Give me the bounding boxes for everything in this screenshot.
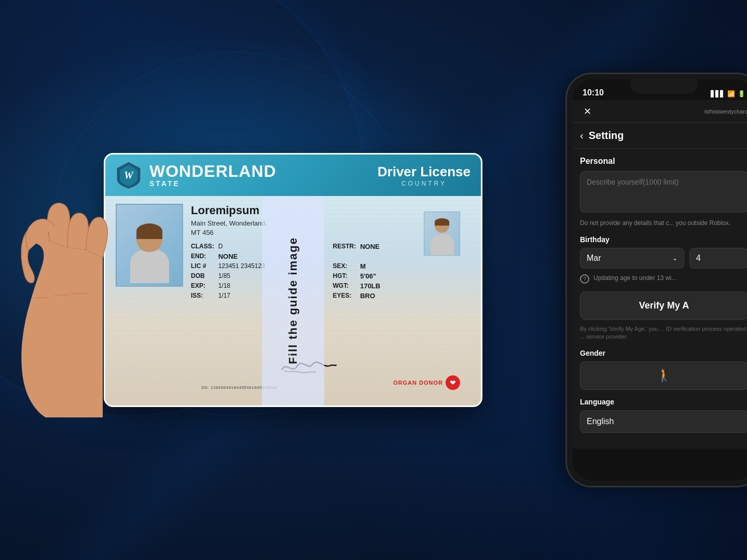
month-select[interactable]: Mar ⌄ bbox=[580, 248, 684, 269]
hgt-label: HGT: bbox=[333, 272, 356, 280]
app-header: ✕ isthistwentychara bbox=[572, 100, 747, 123]
guide-text: Fill the guide image bbox=[286, 237, 300, 364]
age-warning-text: Updating age to under 13 wi... bbox=[593, 274, 676, 283]
settings-body[interactable]: Personal Do not provide any details that… bbox=[572, 149, 747, 449]
card-right-title: Driver License COUNTRY bbox=[378, 164, 471, 187]
month-value: Mar bbox=[587, 254, 601, 263]
chevron-down-icon: ⌄ bbox=[672, 255, 677, 262]
wifi-icon: 📶 bbox=[727, 90, 735, 97]
wgt-value: 170LB bbox=[360, 282, 471, 290]
person-gender-icon: 🚶 bbox=[656, 368, 672, 383]
organ-donor-badge: ORGAN DONOR ❤ bbox=[393, 375, 460, 390]
username-display: isthistwentychara bbox=[704, 108, 747, 115]
settings-title: Setting bbox=[589, 130, 624, 142]
phone-outer: 10:10 ▋▋▋ 📶 🔋 ✕ isthistwentychara ‹ bbox=[565, 73, 747, 487]
info-icon: ? bbox=[580, 274, 589, 284]
status-time: 10:10 bbox=[583, 88, 604, 97]
birthday-row: Mar ⌄ 4 bbox=[580, 248, 747, 269]
close-button[interactable]: ✕ bbox=[580, 104, 594, 119]
sex-label: SEX: bbox=[333, 262, 356, 270]
driver-license-text: Driver License bbox=[378, 164, 471, 180]
gender-display[interactable]: 🚶 bbox=[580, 361, 747, 390]
class-label: CLASS: bbox=[191, 243, 214, 250]
phone-notch bbox=[630, 79, 698, 94]
language-section: Language English bbox=[580, 398, 747, 433]
verify-age-button[interactable]: Verify My A bbox=[580, 291, 747, 320]
warning-text: Do not provide any details that c... you… bbox=[580, 219, 747, 228]
signal-icon: ▋▋▋ bbox=[711, 90, 725, 97]
gender-section: Gender 🚶 bbox=[580, 349, 747, 390]
describe-textarea[interactable] bbox=[580, 171, 747, 213]
hand-card-container: W WONDERLAND STATE Driver License COUNTR… bbox=[42, 137, 467, 423]
lic-label: LIC # bbox=[191, 262, 214, 270]
gender-label: Gender bbox=[580, 349, 747, 357]
small-person-hair bbox=[435, 218, 449, 226]
phone-screen: 10:10 ▋▋▋ 📶 🔋 ✕ isthistwentychara ‹ bbox=[572, 79, 747, 481]
hgt-value: 5'06" bbox=[360, 272, 471, 280]
guide-overlay: Fill the guide image bbox=[262, 196, 324, 405]
day-field[interactable]: 4 bbox=[689, 248, 747, 269]
dob-label: DOB bbox=[191, 272, 214, 280]
back-button[interactable]: ‹ bbox=[580, 130, 584, 142]
organ-donor-text: ORGAN DONOR bbox=[393, 380, 443, 386]
birthday-label: Birthday bbox=[580, 235, 747, 244]
small-person-head bbox=[435, 218, 449, 233]
wgt-label: WGT: bbox=[333, 282, 356, 290]
personal-section-label: Personal bbox=[580, 157, 747, 166]
age-warning: ? Updating age to under 13 wi... bbox=[580, 274, 747, 284]
settings-header: ‹ Setting bbox=[572, 123, 747, 149]
eyes-label: EYES: bbox=[333, 292, 356, 300]
heart-icon: ❤ bbox=[446, 375, 460, 390]
id-card-area: W WONDERLAND STATE Driver License COUNTR… bbox=[42, 137, 467, 423]
country-text: COUNTRY bbox=[378, 180, 471, 187]
battery-icon: 🔋 bbox=[738, 90, 745, 97]
settings-screen: ‹ Setting Personal Do not provide any de… bbox=[572, 123, 747, 449]
iss-label: ISS: bbox=[191, 292, 214, 300]
status-icons: ▋▋▋ 📶 🔋 bbox=[711, 90, 745, 97]
small-photo-frame bbox=[424, 212, 460, 256]
volume-up-button bbox=[565, 136, 566, 157]
eyes-value: BRO bbox=[360, 292, 471, 300]
end-label: END: bbox=[191, 253, 214, 260]
card-info-col: Loremipsum Main Street, Wonderland, MT 4… bbox=[191, 204, 471, 398]
small-person-body bbox=[431, 234, 454, 255]
day-value: 4 bbox=[696, 254, 701, 263]
language-value: English bbox=[587, 417, 614, 426]
verify-disclaimer: By clicking 'Verify My Age,' you ... ID … bbox=[580, 325, 747, 341]
sex-value: M bbox=[360, 262, 471, 270]
language-label: Language bbox=[580, 398, 747, 406]
phone-mockup: 10:10 ▋▋▋ 📶 🔋 ✕ isthistwentychara ‹ bbox=[529, 47, 747, 513]
volume-down-button bbox=[565, 162, 566, 183]
exp-label: EXP: bbox=[191, 282, 214, 290]
restr-label: RESTR: bbox=[333, 243, 356, 250]
language-display[interactable]: English bbox=[580, 410, 747, 433]
hand-svg bbox=[16, 169, 182, 428]
main-content: W WONDERLAND STATE Driver License COUNTR… bbox=[0, 0, 747, 560]
